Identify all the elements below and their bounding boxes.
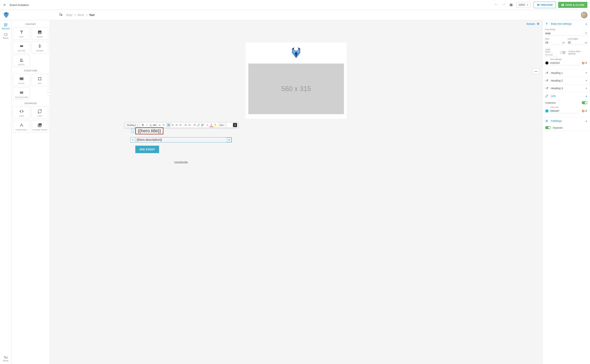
clear-format-button[interactable]: Ix <box>206 123 209 127</box>
custom-letterspacing-toggle[interactable] <box>560 51 566 54</box>
svg-point-14 <box>20 59 22 60</box>
element-divider[interactable]: DIVIDER <box>32 41 48 53</box>
hero-title-text[interactable]: {{hero.title}} <box>135 127 163 134</box>
hero-title-row: ⟨⟩ {{hero.title}} <box>131 127 163 134</box>
edit-handle[interactable]: ✎ <box>131 137 135 142</box>
zoom-value: 100% <box>519 3 525 6</box>
section-header-heading3[interactable]: Heading 3 ▼ <box>543 84 590 92</box>
element-image[interactable]: IMAGE <box>32 27 48 39</box>
separate-padding-toggle[interactable] <box>545 126 551 129</box>
breadcrumb-item[interactable]: Block <box>78 13 84 17</box>
hero-description-text[interactable]: {{hero.description}} <box>135 137 163 142</box>
svg-point-28 <box>188 124 189 125</box>
section-header-paddings[interactable]: Paddings ▲ <box>543 117 590 125</box>
user-avatar[interactable] <box>581 12 587 18</box>
link-button[interactable] <box>197 123 200 127</box>
special-char-button[interactable]: Ω <box>193 123 196 127</box>
line-height-field[interactable]: 25 px <box>568 40 588 45</box>
svg-rect-20 <box>21 91 22 94</box>
magic-tool-icon[interactable] <box>585 110 587 113</box>
text-color-field[interactable]: #131313 🎨 <box>545 61 587 65</box>
save-close-button[interactable]: SAVE & CLOSE <box>558 2 587 8</box>
breadcrumb-separator: > <box>86 13 87 17</box>
undo-button[interactable] <box>493 2 499 7</box>
hero-image-placeholder[interactable]: 560 x 315 <box>248 64 344 114</box>
hierarchy-icon[interactable] <box>59 13 64 17</box>
section-header-body-text[interactable]: Body text settings ▲ <box>543 20 590 27</box>
align-right-button[interactable] <box>175 123 178 127</box>
element-block[interactable]: BLOCK <box>13 74 30 86</box>
font-family-field[interactable]: Arial <box>545 31 587 36</box>
element-conditional[interactable]: CONDITIONAL <box>13 120 30 132</box>
align-center-button[interactable] <box>171 123 175 127</box>
color-swatch[interactable] <box>545 61 549 65</box>
unsubscribe-link[interactable]: Unsubscribe <box>174 161 188 163</box>
magic-tool-icon[interactable] <box>585 61 587 65</box>
element-dynamic-image[interactable]: DYNAMIC IMAGE <box>32 120 48 132</box>
tab-elements[interactable]: Elements <box>0 22 11 31</box>
font-color-button[interactable]: A <box>209 123 213 127</box>
bold-button[interactable]: B <box>141 123 145 127</box>
chevron-up-icon: ▲ <box>585 23 587 25</box>
element-code[interactable]: CODE <box>13 106 30 119</box>
link-color-field[interactable]: #00c0e7 🎨 <box>545 109 587 113</box>
ordered-list-button[interactable] <box>184 123 188 127</box>
section-header-link[interactable]: Link ▲ <box>543 92 590 100</box>
svg-rect-19 <box>20 91 21 94</box>
heading-select[interactable]: Heading 1▼ <box>126 123 140 127</box>
element-social[interactable]: SOCIAL <box>13 55 30 67</box>
chevron-up-icon: ▲ <box>585 120 587 122</box>
strikethrough-button[interactable]: abc <box>153 123 156 127</box>
color-swatch[interactable] <box>545 109 549 113</box>
section-header-heading2[interactable]: Heading 2 ▼ <box>543 77 590 84</box>
section-body-text: Body text settings ▲ Font family Arial S… <box>543 20 590 69</box>
svg-rect-18 <box>39 78 41 80</box>
subscript-button[interactable]: X₂ <box>158 123 162 127</box>
element-button[interactable]: BUTTON <box>13 41 30 53</box>
preview-button[interactable]: PREVIEW <box>534 2 556 8</box>
align-left-button[interactable] <box>167 123 171 127</box>
element-loop[interactable]: LOOP <box>32 106 48 119</box>
back-button[interactable] <box>3 3 7 7</box>
underline-button[interactable]: U <box>149 123 153 127</box>
superscript-button[interactable]: X² <box>162 123 165 127</box>
details-button[interactable]: Details <box>527 22 539 25</box>
magic-button[interactable] <box>233 123 237 127</box>
palette-icon[interactable]: 🎨 <box>582 110 585 112</box>
save-icon-button[interactable] <box>508 2 514 7</box>
palette-icon[interactable]: 🎨 <box>582 62 585 65</box>
canvas-area: Details ••• 560 x 315 Heading 1▼ <box>50 20 542 364</box>
right-panel: Body text settings ▲ Font family Arial S… <box>542 20 590 364</box>
italic-button[interactable]: I <box>145 123 149 127</box>
tab-brand[interactable]: Brand <box>3 353 8 364</box>
font-size-field[interactable]: 18 px <box>545 40 565 45</box>
hero-description-row[interactable]: ✎ {{hero.description}} ⧉ <box>130 137 232 143</box>
zoom-select[interactable]: 100% ▼ <box>516 2 531 8</box>
tab-blocks[interactable]: Blocks <box>0 31 11 41</box>
element-box[interactable]: BOX <box>32 74 48 86</box>
text-size-icon <box>545 87 549 90</box>
unordered-list-button[interactable] <box>188 123 191 127</box>
highlight-button[interactable]: ✎ <box>214 123 217 127</box>
svg-rect-21 <box>22 91 23 94</box>
align-justify-button[interactable] <box>179 123 182 127</box>
element-text[interactable]: TEXT <box>13 27 30 39</box>
unlink-button[interactable] <box>201 123 204 127</box>
size-select[interactable]: Size▼ <box>219 123 227 127</box>
svg-rect-7 <box>60 15 60 16</box>
underline-toggle[interactable] <box>582 101 587 104</box>
copy-handle[interactable]: ⧉ <box>227 137 232 142</box>
text-toolbar: Heading 1▼ B I U abc X₂ X² Ω <box>124 122 238 128</box>
panel-collapse-button[interactable] <box>48 90 52 95</box>
redo-button[interactable] <box>501 2 506 7</box>
element-multicolumn[interactable]: MULTICOLUMN <box>13 88 30 100</box>
section-header-heading1[interactable]: Heading 1 ▼ <box>543 69 590 77</box>
page-title: Event invitation <box>10 3 29 6</box>
breadcrumb-item[interactable]: Body <box>66 13 72 17</box>
see-event-button[interactable]: SEE EVENT <box>135 146 159 153</box>
magic-tool-icon[interactable] <box>585 32 587 35</box>
breadcrumb-item-active[interactable]: Text <box>89 13 95 17</box>
padding-icon <box>545 119 549 122</box>
more-options-button[interactable]: ••• <box>533 68 539 74</box>
element-settings-handle[interactable]: ⟨⟩ <box>131 129 135 133</box>
